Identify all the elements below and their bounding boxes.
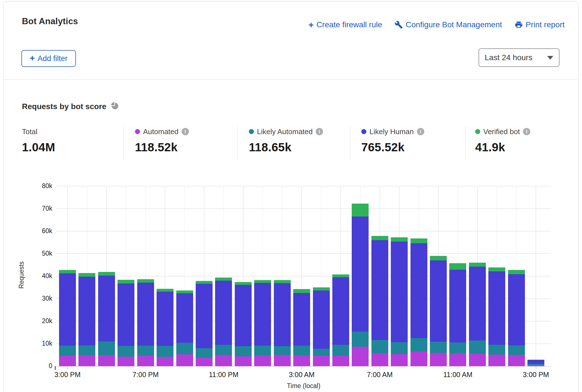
time-range-select[interactable]: Last 24 hours [479, 48, 560, 67]
bar-segment-verified-bot[interactable] [118, 280, 134, 283]
bar-segment-automated[interactable] [430, 353, 447, 366]
bar-segment-likely-automated[interactable] [157, 346, 173, 357]
bar-segment-likely-automated[interactable] [430, 342, 447, 353]
bar-segment-automated[interactable] [254, 355, 271, 366]
bar-segment-verified-bot[interactable] [293, 289, 310, 293]
bar-segment-likely-human[interactable] [371, 240, 388, 340]
bar-segment-likely-human[interactable] [332, 277, 349, 345]
bar-segment-likely-human[interactable] [469, 267, 486, 341]
bar-segment-automated[interactable] [215, 355, 232, 366]
bar-segment-likely-human[interactable] [176, 293, 193, 343]
info-icon[interactable]: i [523, 128, 530, 135]
bar-segment-likely-automated[interactable] [196, 348, 213, 358]
bar-segment-likely-human[interactable] [274, 283, 291, 346]
bar-segment-likely-automated[interactable] [98, 341, 115, 355]
bar-segment-automated[interactable] [332, 356, 349, 366]
bar-segment-automated[interactable] [176, 354, 193, 366]
bar-segment-automated[interactable] [410, 352, 427, 366]
bar-segment-automated[interactable] [235, 356, 252, 366]
bar-segment-verified-bot[interactable] [332, 274, 349, 277]
bar-segment-verified-bot[interactable] [215, 278, 232, 281]
bar-segment-verified-bot[interactable] [137, 279, 154, 283]
bar-segment-verified-bot[interactable] [371, 236, 388, 240]
bar-segment-likely-automated[interactable] [332, 345, 349, 356]
bar-segment-likely-human[interactable] [313, 290, 330, 349]
bar-segment-automated[interactable] [118, 357, 134, 366]
bar-segment-likely-automated[interactable] [274, 346, 291, 355]
bar-segment-verified-bot[interactable] [430, 256, 447, 260]
bar-segment-likely-human[interactable] [254, 283, 271, 346]
bar-segment-likely-automated[interactable] [449, 343, 466, 353]
bar-segment-likely-automated[interactable] [235, 346, 252, 356]
add-filter-button[interactable]: + Add filter [21, 50, 76, 67]
bar-segment-likely-human[interactable] [235, 285, 252, 346]
bar-segment-likely-automated[interactable] [78, 345, 95, 355]
bar-segment-automated[interactable] [469, 354, 486, 366]
print-report-link[interactable]: Print report [515, 20, 565, 29]
bar-segment-automated[interactable] [391, 354, 408, 366]
bar-segment-likely-automated[interactable] [371, 340, 388, 353]
bar-segment-automated[interactable] [313, 356, 330, 366]
bar-segment-verified-bot[interactable] [410, 238, 427, 243]
bar-segment-automated[interactable] [508, 355, 525, 366]
bar-segment-automated[interactable] [98, 355, 115, 366]
bar-segment-automated[interactable] [449, 353, 466, 366]
bar-segment-verified-bot[interactable] [157, 289, 173, 292]
bar-segment-verified-bot[interactable] [274, 280, 291, 283]
bar-segment-verified-bot[interactable] [254, 280, 271, 283]
bar-segment-likely-automated[interactable] [313, 349, 330, 356]
bar-segment-likely-human[interactable] [157, 292, 173, 346]
bar-segment-verified-bot[interactable] [469, 263, 486, 267]
bar-segment-automated[interactable] [59, 356, 76, 366]
bar-segment-automated[interactable] [352, 347, 369, 366]
bar-segment-likely-automated[interactable] [176, 343, 193, 354]
info-icon[interactable]: i [182, 128, 189, 135]
bar-segment-verified-bot[interactable] [98, 272, 115, 276]
bar-segment-likely-human[interactable] [430, 260, 447, 342]
bar-segment-likely-automated[interactable] [527, 364, 544, 365]
info-icon[interactable]: i [417, 128, 424, 135]
bar-segment-likely-human[interactable] [137, 283, 154, 346]
bar-segment-likely-automated[interactable] [488, 345, 505, 355]
bar-segment-likely-human[interactable] [293, 293, 310, 346]
bar-segment-verified-bot[interactable] [78, 273, 95, 277]
bar-segment-automated[interactable] [488, 355, 505, 366]
bar-segment-verified-bot[interactable] [313, 287, 330, 290]
bar-segment-likely-automated[interactable] [215, 345, 232, 355]
bar-segment-likely-human[interactable] [527, 360, 544, 364]
bar-segment-verified-bot[interactable] [508, 270, 525, 274]
bar-segment-likely-human[interactable] [391, 242, 408, 342]
bar-segment-automated[interactable] [157, 357, 173, 366]
bar-segment-likely-human[interactable] [488, 271, 505, 345]
bar-segment-likely-human[interactable] [508, 274, 525, 345]
bar-segment-likely-automated[interactable] [352, 332, 369, 347]
bar-segment-likely-human[interactable] [196, 284, 213, 348]
bar-segment-likely-human[interactable] [118, 283, 134, 346]
bar-segment-automated[interactable] [137, 356, 154, 366]
bar-segment-likely-automated[interactable] [469, 341, 486, 354]
bar-segment-automated[interactable] [371, 353, 388, 366]
bar-segment-verified-bot[interactable] [527, 360, 544, 360]
bar-segment-likely-human[interactable] [59, 273, 76, 346]
bar-segment-likely-human[interactable] [410, 243, 427, 338]
configure-bot-management-link[interactable]: Configure Bot Management [394, 20, 502, 29]
bar-segment-likely-automated[interactable] [391, 342, 408, 354]
bar-segment-likely-automated[interactable] [137, 346, 154, 356]
bar-segment-likely-human[interactable] [449, 270, 466, 343]
bar-segment-likely-automated[interactable] [293, 346, 310, 355]
bar-segment-automated[interactable] [274, 355, 291, 366]
bar-segment-verified-bot[interactable] [352, 204, 369, 217]
bar-segment-likely-human[interactable] [352, 217, 369, 332]
bar-segment-likely-human[interactable] [215, 281, 232, 345]
bar-segment-likely-automated[interactable] [118, 346, 134, 357]
info-icon[interactable]: i [316, 128, 323, 135]
bar-segment-likely-automated[interactable] [508, 345, 525, 355]
bar-segment-likely-automated[interactable] [59, 346, 76, 356]
bar-segment-automated[interactable] [196, 358, 213, 366]
create-firewall-rule-link[interactable]: + Create firewall rule [308, 20, 382, 29]
bar-segment-likely-automated[interactable] [254, 346, 271, 355]
bar-segment-automated[interactable] [78, 355, 95, 366]
bar-segment-likely-human[interactable] [98, 276, 115, 341]
bar-segment-verified-bot[interactable] [196, 281, 213, 284]
bar-segment-verified-bot[interactable] [59, 270, 76, 273]
